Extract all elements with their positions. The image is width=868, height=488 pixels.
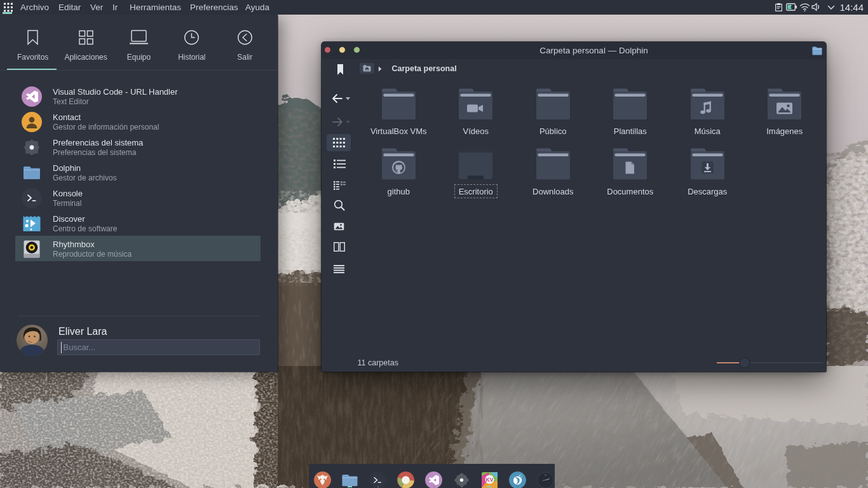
svg-text:12: 12	[544, 474, 546, 477]
svg-text:KV: KV	[485, 476, 493, 482]
